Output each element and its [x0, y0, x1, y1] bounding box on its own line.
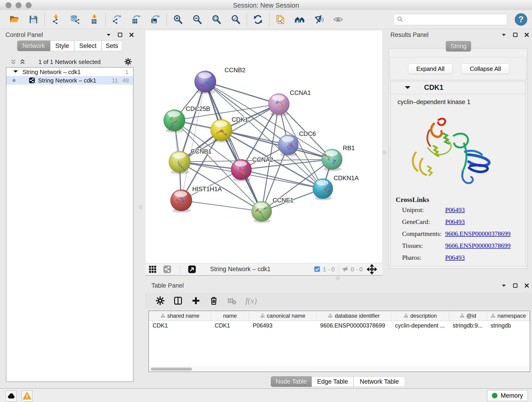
delete-column-button[interactable]	[208, 295, 219, 306]
panel-menu-icon[interactable]	[106, 32, 112, 38]
node-RB1[interactable]	[322, 149, 342, 171]
tab-node-table[interactable]: Node Table	[271, 376, 312, 387]
function-builder-button[interactable]: f(x)	[244, 296, 258, 306]
tab-edge-table[interactable]: Edge Table	[312, 376, 354, 387]
close-panel-icon[interactable]	[524, 283, 530, 288]
column-header-description[interactable]: description	[391, 311, 449, 321]
tab-network[interactable]: Network	[17, 41, 50, 51]
network-collection-row[interactable]: String Network – cdk1 1	[6, 68, 133, 76]
column-type-icon	[460, 313, 465, 318]
edge-HIST1H1A-CCNE1[interactable]	[181, 200, 262, 211]
save-session-button[interactable]	[28, 14, 39, 25]
column-header-namespace[interactable]: namespace	[487, 311, 530, 321]
search-input[interactable]	[394, 14, 507, 25]
node-CDKN1A[interactable]	[313, 179, 333, 200]
edge-CCNA2-CDKN1A[interactable]	[241, 170, 323, 189]
zoom-in-button[interactable]	[172, 14, 183, 25]
open-session-button[interactable]	[9, 14, 20, 25]
crosslink-link[interactable]: P06493	[445, 254, 465, 261]
crosslink-link[interactable]: P06493	[445, 206, 465, 214]
toolbar-divider	[339, 265, 339, 274]
string-home-button[interactable]	[294, 14, 305, 25]
expand-all-button[interactable]: Expand All	[408, 64, 453, 74]
close-panel-icon[interactable]	[128, 32, 134, 38]
tab-style[interactable]: Style	[50, 41, 74, 51]
panel-menu-icon[interactable]	[501, 32, 507, 38]
tab-network-table[interactable]: Network Table	[354, 376, 405, 387]
node-CCNA1[interactable]	[268, 94, 289, 116]
tab-select[interactable]: Select	[74, 41, 101, 51]
node-CCNE1[interactable]	[252, 201, 272, 223]
export-table-button[interactable]	[131, 14, 142, 25]
zoom-fit-button[interactable]	[211, 14, 222, 25]
grid-view-button[interactable]	[148, 265, 157, 274]
import-table-file-icon	[89, 14, 100, 25]
zoom-selected-button[interactable]	[230, 14, 241, 25]
node-CDK1[interactable]	[210, 119, 232, 143]
results-panel-title: Results Panel	[390, 32, 429, 38]
float-panel-icon[interactable]	[512, 283, 518, 288]
add-column-button[interactable]	[190, 295, 201, 306]
column-header-name[interactable]: name	[211, 311, 249, 321]
expand-all-tree-icon[interactable]	[19, 59, 26, 66]
edge-CCNB2-HIST1H1A[interactable]	[181, 82, 205, 200]
fit-selected-crosshair-button[interactable]	[367, 264, 377, 274]
collapse-all-tree-icon[interactable]	[10, 59, 17, 66]
panel-menu-icon[interactable]	[501, 283, 507, 288]
memory-button[interactable]: Memory	[487, 390, 528, 401]
warnings-button[interactable]	[22, 390, 32, 402]
manage-columns-button[interactable]	[172, 295, 184, 306]
network-view[interactable]: CCNB2CCNA1CDC25BCDK1CDC6RB1CCNB1CCNA2CDK…	[145, 31, 383, 263]
column-header-shared-name[interactable]: shared name	[149, 311, 211, 321]
tree-expander-icon[interactable]	[13, 70, 18, 75]
node-CDC6[interactable]	[278, 135, 298, 157]
float-panel-icon[interactable]	[512, 32, 518, 38]
column-header-database-identifier[interactable]: database identifier	[317, 311, 391, 321]
tab-sets[interactable]: Sets	[101, 41, 122, 51]
refresh-view-button[interactable]	[253, 14, 264, 25]
right-splitter-handle[interactable]	[382, 151, 386, 154]
close-panel-icon[interactable]	[524, 32, 530, 38]
clone-network-icon	[275, 14, 286, 25]
crosslink-link[interactable]: P06493	[445, 218, 465, 225]
edge-CCNB2-CCNA1[interactable]	[205, 82, 279, 104]
node-HIST1H1A[interactable]	[171, 190, 192, 213]
crosslink-link[interactable]: 9606.ENSP00000378699	[445, 230, 510, 237]
bottom-splitter-handle[interactable]	[336, 276, 340, 280]
node-CCNB1[interactable]	[169, 151, 190, 174]
cloud-status-button[interactable]	[6, 390, 17, 402]
table-settings-gear-button[interactable]	[155, 295, 166, 306]
column-header-canonical-name[interactable]: canonical name	[249, 311, 317, 321]
show-display-button[interactable]	[333, 14, 344, 25]
hidden-eye-icon[interactable]	[342, 265, 349, 274]
node-details-header[interactable]: CDK1	[391, 81, 525, 94]
table-row[interactable]: CDK1CDK1P064939606.ENSP00000378699cyclin…	[149, 321, 530, 330]
import-table-file-button[interactable]	[89, 14, 100, 25]
export-image-button[interactable]	[150, 14, 161, 25]
crosslink-link[interactable]: 9606.ENSP00000378699	[445, 242, 510, 249]
zoom-out-button[interactable]	[191, 14, 203, 25]
scrollbar-thumb[interactable]	[151, 368, 192, 370]
collapse-entry-icon[interactable]	[405, 86, 410, 92]
column-header--id[interactable]: @id	[449, 311, 487, 321]
selected-checkbox-icon[interactable]	[314, 266, 321, 274]
delete-table-button[interactable]	[226, 295, 237, 306]
clone-network-button[interactable]	[275, 14, 286, 25]
crosslink-label: Tissues:	[402, 242, 423, 249]
network-row-selected[interactable]: String Network – cdk1 11 48	[6, 76, 133, 85]
left-splitter-handle[interactable]	[139, 205, 143, 209]
node-CDC25B[interactable]	[164, 109, 185, 133]
float-panel-icon[interactable]	[117, 32, 123, 38]
collapse-all-button[interactable]: Collapse All	[461, 64, 510, 74]
import-network-database-button[interactable]	[70, 14, 81, 25]
birdseye-view-button[interactable]	[188, 265, 196, 274]
network-options-gear-icon[interactable]	[124, 57, 132, 67]
hide-display-button[interactable]	[313, 14, 324, 25]
help-button[interactable]: ?	[514, 13, 528, 26]
node-CCNA2[interactable]	[231, 159, 252, 182]
import-network-file-button[interactable]	[51, 14, 61, 25]
table-horizontal-scrollbar[interactable]	[149, 367, 530, 371]
export-network-button[interactable]	[111, 14, 122, 25]
share-network-button[interactable]	[163, 265, 172, 274]
tab-string[interactable]: String	[446, 41, 471, 51]
